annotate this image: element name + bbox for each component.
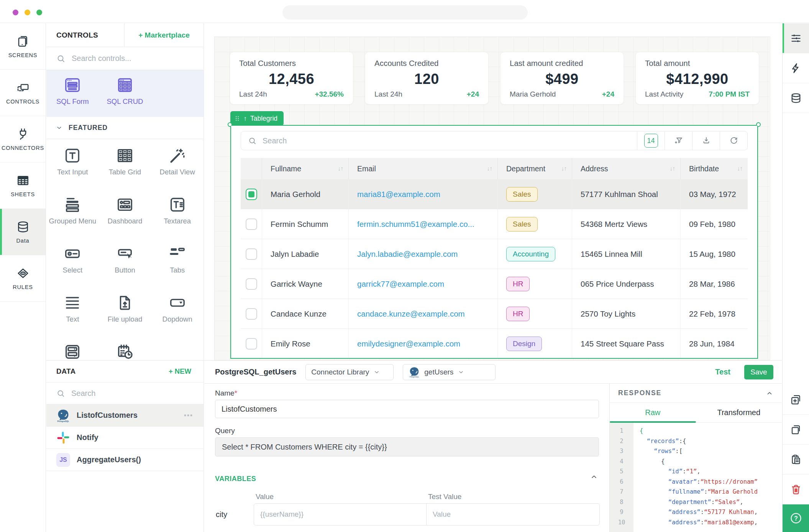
table-row[interactable]: Fermin Schummfermin.schumm51@example.co.… [241, 209, 748, 239]
refresh-button[interactable] [720, 131, 747, 150]
control-sql-crud[interactable]: SQL CRUD [99, 76, 151, 117]
marketplace-button[interactable]: + Markertplace [125, 23, 203, 47]
help-button[interactable]: ? [783, 504, 809, 532]
nav-item-rules[interactable]: RULES [0, 255, 46, 302]
variable-test-value-input[interactable] [427, 504, 599, 525]
chevron-down-icon[interactable] [56, 124, 63, 131]
save-button[interactable]: Save [744, 365, 773, 379]
email-link[interactable]: emilydesigner@example.com [357, 339, 460, 348]
download-button[interactable] [692, 131, 720, 150]
test-button[interactable]: Test [713, 367, 733, 377]
window-close-button[interactable] [13, 10, 18, 15]
drag-handle-icon[interactable] [234, 115, 240, 122]
table-row[interactable]: Emily Roseemilydesigner@example.comDesig… [241, 329, 748, 358]
nav-item-sheets[interactable]: SHEETS [0, 163, 46, 209]
name-field[interactable] [215, 400, 599, 418]
address-bar[interactable] [282, 5, 528, 20]
s8ort-icon[interactable]: ↓↑ [561, 165, 572, 172]
control-item[interactable] [46, 343, 99, 360]
right-rail-spacer [783, 113, 809, 385]
control-detail-view[interactable]: Detail View [151, 147, 203, 196]
control-text-input[interactable]: Text Input [46, 147, 99, 196]
control-tabs[interactable]: Tabs [151, 245, 203, 294]
table-row[interactable]: Maria Gerholdmaria81@example.comSales571… [241, 179, 748, 209]
email-link[interactable]: maria81@example.com [357, 190, 440, 199]
control-sql-form[interactable]: SQL Form [46, 76, 99, 117]
tab-transformed[interactable]: Transformed [696, 403, 782, 422]
cell-fullname: Candace Kunze [262, 299, 349, 328]
properties-button[interactable] [783, 23, 809, 53]
control-table-grid[interactable]: Table Grid [99, 147, 151, 196]
table-row[interactable]: Candace Kunzecandace.kunze@example.comHR… [241, 299, 748, 329]
data-search-input[interactable] [71, 389, 194, 398]
query-method-select[interactable]: PostgreSQL getUsers [403, 364, 496, 380]
control-file-upload[interactable]: File upload [99, 294, 151, 343]
s8ort-icon[interactable]: ↓↑ [670, 165, 680, 172]
row-checkbox[interactable] [246, 308, 257, 320]
row-checkbox[interactable] [246, 338, 257, 350]
move-up-icon[interactable]: ↑ [244, 115, 247, 122]
control-grouped-menu[interactable]: Grouped Menu [46, 196, 99, 245]
chevron-up-icon[interactable] [766, 389, 773, 397]
window-zoom-button[interactable] [36, 10, 42, 15]
nav-item-controls[interactable]: CONTROLS [0, 70, 46, 116]
search-icon [56, 389, 65, 398]
control-item[interactable] [99, 343, 151, 360]
connector-library-select[interactable]: Connector Library [305, 364, 394, 380]
code-line: “department”:“Sales”, [640, 497, 758, 507]
add-page-button[interactable] [783, 385, 809, 415]
new-query-button[interactable]: + NEW [166, 367, 194, 376]
actions-button[interactable] [783, 53, 809, 83]
row-checkbox[interactable] [246, 218, 257, 230]
column-header-fullname[interactable]: Fullname↓↑ [262, 158, 349, 179]
copy-button[interactable] [783, 415, 809, 445]
column-header-email[interactable]: Email↓↑ [349, 158, 498, 179]
item-menu-icon[interactable]: ⋯ [184, 410, 194, 421]
nav-item-screens[interactable]: SCREENS [0, 23, 46, 70]
column-header-department[interactable]: Department↓↑ [498, 158, 572, 179]
control-dashboard[interactable]: Dashboard [99, 196, 151, 245]
tablegrid-selection-handle[interactable]: ↑ Tablegrid [230, 111, 284, 126]
row-checkbox[interactable] [246, 278, 257, 290]
s8ort-icon[interactable]: ↓↑ [338, 165, 348, 172]
data-query-notify[interactable]: Notify [46, 427, 203, 449]
chevron-up-icon[interactable] [590, 473, 598, 481]
control-button[interactable]: Button [99, 245, 151, 294]
data-query-aggregateusers[interactable]: JSAggregateUsers() [46, 449, 203, 471]
data-query-listofcustomers[interactable]: PostgreSQLListofCustomers⋯ [46, 404, 203, 427]
column-header-address[interactable]: Address↓↑ [572, 158, 681, 179]
delete-button[interactable] [783, 475, 809, 504]
tab-raw[interactable]: Raw [610, 403, 696, 422]
code-line: “fullname”:“Maria Gerhold [640, 487, 758, 497]
dashboard-icon [116, 196, 134, 213]
paste-button[interactable] [783, 445, 809, 475]
column-header-birthdate[interactable]: Birthdate↓↑ [681, 158, 748, 179]
query-field[interactable]: Select * FROM Customers WHERE city = {{c… [215, 437, 599, 456]
s8ort-icon[interactable]: ↓↑ [737, 165, 748, 172]
variable-value-input[interactable] [254, 504, 427, 525]
cell-birthdate: 28 Jun, 1984 [681, 329, 748, 358]
control-select[interactable]: Select [46, 245, 99, 294]
row-checkbox[interactable] [246, 248, 257, 260]
email-link[interactable]: fermin.schumm51@example.co... [357, 220, 474, 229]
control-textarea[interactable]: Textarea [151, 196, 203, 245]
table-search-input[interactable] [262, 136, 637, 146]
data-bind-button[interactable] [783, 83, 809, 113]
tablegrid-widget[interactable]: ↑ Tablegrid 14 [230, 125, 758, 359]
controls-icon [16, 81, 30, 94]
window-minimize-button[interactable] [25, 10, 30, 15]
email-link[interactable]: Jalyn.labadie@example.com [357, 250, 458, 259]
response-code-viewer[interactable]: 12345678910 { “records”:{ “rows”:[ { “id… [610, 423, 782, 532]
nav-item-data[interactable]: Data [0, 209, 46, 255]
table-row[interactable]: Garrick Waynegarrick77@example.comHR065 … [241, 269, 748, 299]
controls-search-input[interactable] [71, 54, 194, 63]
filter-button[interactable] [665, 131, 692, 150]
control-dopdown[interactable]: Dopdown [151, 294, 203, 343]
nav-item-connectors[interactable]: CONNECTORS [0, 116, 46, 163]
table-row[interactable]: Jalyn LabadieJalyn.labadie@example.comAc… [241, 239, 748, 269]
s8ort-icon[interactable]: ↓↑ [487, 165, 497, 172]
control-text[interactable]: Text [46, 294, 99, 343]
email-link[interactable]: garrick77@example.com [357, 279, 444, 289]
row-checkbox[interactable] [246, 189, 257, 200]
email-link[interactable]: candace.kunze@example.com [357, 309, 465, 319]
